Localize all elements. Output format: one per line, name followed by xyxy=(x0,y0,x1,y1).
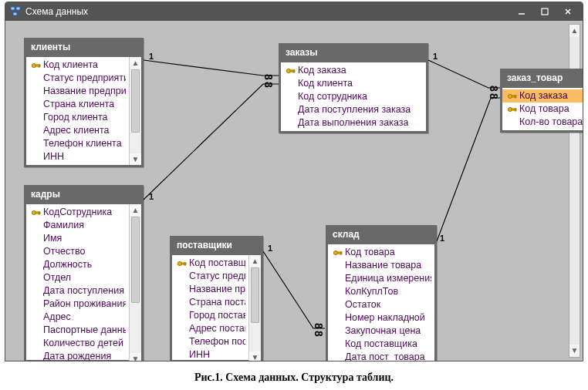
svg-rect-23 xyxy=(39,212,40,214)
svg-rect-29 xyxy=(340,252,342,254)
table-field[interactable]: Отдел xyxy=(26,271,129,284)
field-label: ИНН xyxy=(43,150,64,163)
table-field[interactable]: Отчество xyxy=(26,245,129,258)
scroll-down-icon[interactable]: ▼ xyxy=(130,353,141,361)
table-field[interactable]: Телефон клиента xyxy=(26,137,129,150)
field-label: Фамилия xyxy=(43,219,84,232)
table-title[interactable]: поставщики xyxy=(172,238,261,255)
table-field[interactable]: Кол-во товара в за xyxy=(502,116,583,129)
table-field[interactable]: Район проживания xyxy=(26,298,129,311)
table-staff[interactable]: кадры КодСотрудникаФамилияИмяОтчествоДол… xyxy=(24,185,144,361)
table-orders[interactable]: заказы Код заказаКод клиентаКод сотрудни… xyxy=(279,43,428,133)
table-field[interactable]: Код поставщ xyxy=(172,257,248,270)
diagram-canvas[interactable]: 1 8 8 1 1 8 8 1 1 8 8 клиенты Код клиент… xyxy=(8,24,569,358)
table-field[interactable]: Название товара xyxy=(328,259,434,272)
field-list: КодСотрудникаФамилияИмяОтчествоДолжность… xyxy=(26,204,129,361)
scroll-up-icon[interactable]: ▲ xyxy=(569,25,580,37)
table-title[interactable]: кадры xyxy=(26,187,141,204)
table-field[interactable]: Статус предп xyxy=(172,270,248,283)
table-field[interactable]: Должность xyxy=(26,258,129,271)
table-title[interactable]: склад xyxy=(328,227,434,244)
table-field[interactable]: Адрес xyxy=(26,311,129,324)
close-button[interactable] xyxy=(556,5,580,18)
table-field[interactable]: Код клиента xyxy=(281,77,426,90)
table-field[interactable]: Номер накладной xyxy=(328,311,434,324)
table-field[interactable]: Количество детей xyxy=(26,337,129,350)
field-label: Страна клиента xyxy=(43,98,114,111)
table-field[interactable]: Паспортные данные xyxy=(26,324,129,337)
cardinality-one: 1 xyxy=(268,244,272,253)
field-label: КодСотрудника xyxy=(43,206,112,219)
table-field[interactable]: Код заказа xyxy=(281,64,426,77)
table-field[interactable]: Закупочная цена xyxy=(328,324,434,338)
table-title[interactable]: заказы xyxy=(281,45,426,62)
field-label: Название пре xyxy=(189,283,245,296)
table-field[interactable]: Фамилия xyxy=(26,219,129,232)
field-label: Город клиента xyxy=(43,111,108,124)
svg-rect-14 xyxy=(293,70,295,72)
field-label: Код товара xyxy=(345,246,395,259)
field-list: Код заказаКод товараКол-во товара в за xyxy=(502,88,583,130)
table-field[interactable]: Остаток xyxy=(328,298,434,311)
table-field[interactable]: ИНН xyxy=(26,150,129,163)
table-stock[interactable]: склад Код товараНазвание товараЕдиница и… xyxy=(326,225,437,361)
table-field[interactable]: Дата пост_товара xyxy=(328,351,434,361)
table-field[interactable]: Адрес клиента xyxy=(26,124,129,137)
table-field[interactable]: Код товара xyxy=(502,103,583,116)
scroll-thumb[interactable] xyxy=(131,217,140,303)
table-field[interactable]: Город постав xyxy=(172,309,248,322)
maximize-button[interactable] xyxy=(533,5,556,18)
table-field[interactable]: Код сотрудника xyxy=(281,90,426,103)
scroll-down-icon[interactable]: ▼ xyxy=(130,153,141,165)
table-field[interactable]: Статус предприяти xyxy=(26,72,129,85)
scroll-down-icon[interactable]: ▼ xyxy=(569,345,580,357)
table-field[interactable]: Адрес постав xyxy=(172,322,248,335)
field-label: Имя xyxy=(43,232,62,245)
table-order-item[interactable]: заказ_товар Код заказаКод товараКол-во т… xyxy=(500,69,583,133)
field-label: Телефон пос xyxy=(189,335,245,348)
table-scrollbar[interactable]: ▲ ▼ xyxy=(129,204,141,361)
table-scrollbar[interactable]: ▲ ▼ xyxy=(248,255,261,361)
table-field[interactable]: Страна клиента xyxy=(26,98,129,111)
table-title[interactable]: клиенты xyxy=(26,40,141,57)
table-field[interactable]: Страна поста xyxy=(172,296,248,309)
table-field[interactable]: Дата поступления заказа xyxy=(281,103,426,116)
table-field[interactable]: Телефон пос xyxy=(172,335,248,348)
svg-rect-26 xyxy=(184,263,186,265)
scroll-up-icon[interactable]: ▲ xyxy=(249,255,261,267)
table-field[interactable]: КолКуплТов xyxy=(328,285,434,298)
field-label: Код поставщика xyxy=(345,338,417,351)
scroll-up-icon[interactable]: ▲ xyxy=(130,57,141,69)
table-field[interactable]: Код поставщика xyxy=(328,338,434,351)
cardinality-many-icon: 8 xyxy=(491,93,497,99)
table-field[interactable]: Город клиента xyxy=(26,111,129,124)
minimize-button[interactable] xyxy=(510,5,533,18)
scroll-thumb[interactable] xyxy=(131,69,140,133)
table-field[interactable]: Дата поступления xyxy=(26,284,129,298)
table-field[interactable]: Название предпри xyxy=(26,85,129,98)
table-field[interactable]: Код клиента xyxy=(26,59,129,72)
scroll-up-icon[interactable]: ▲ xyxy=(130,204,141,216)
table-field[interactable]: ИНН xyxy=(172,348,248,361)
field-label: Дата рождения xyxy=(43,350,111,361)
table-field[interactable]: Единица измерения xyxy=(328,272,434,285)
scroll-thumb[interactable] xyxy=(251,267,259,323)
table-scrollbar[interactable]: ▲ ▼ xyxy=(129,57,141,165)
table-title[interactable]: заказ_товар xyxy=(502,71,583,88)
table-field[interactable]: Код товара xyxy=(328,246,434,259)
table-clients[interactable]: клиенты Код клиентаСтатус предприятиНазв… xyxy=(24,38,144,167)
field-label: Код сотрудника xyxy=(298,90,367,103)
scroll-down-icon[interactable]: ▼ xyxy=(249,351,261,361)
table-field[interactable]: КодСотрудника xyxy=(26,206,129,219)
field-list: Код товараНазвание товараЕдиница измерен… xyxy=(328,244,434,361)
table-field[interactable]: Дата рождения xyxy=(26,350,129,361)
table-field[interactable]: Дата выполнения заказа xyxy=(281,116,426,129)
window-controls xyxy=(510,5,580,18)
table-suppliers[interactable]: поставщики Код поставщСтатус предпНазван… xyxy=(170,236,263,361)
field-label: Статус предп xyxy=(189,270,245,283)
field-label: Кол-во товара в за xyxy=(519,116,583,129)
svg-rect-11 xyxy=(39,65,40,67)
table-field[interactable]: Название пре xyxy=(172,283,248,296)
table-field[interactable]: Имя xyxy=(26,232,129,245)
table-field[interactable]: Код заказа xyxy=(502,89,583,103)
